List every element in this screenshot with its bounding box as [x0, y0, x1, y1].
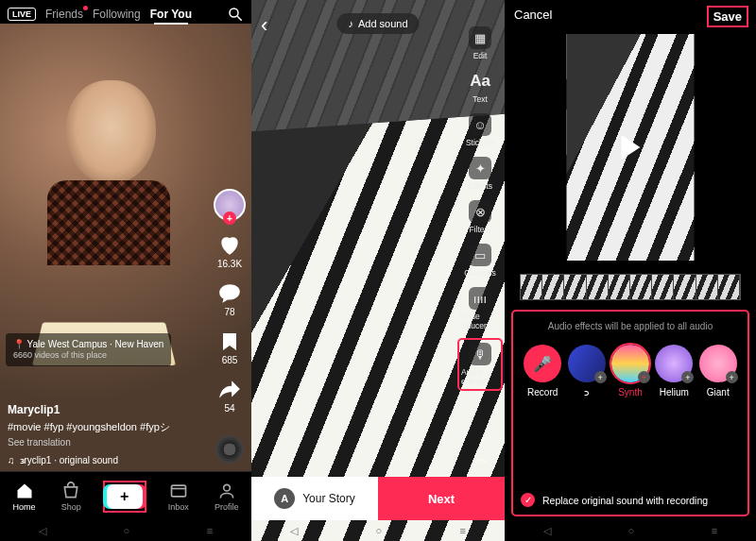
android-nav-bar: ◁ ○ ≡: [0, 520, 251, 541]
share-count: 54: [224, 403, 234, 414]
recent-icon[interactable]: ≡: [712, 525, 717, 536]
tool-filters[interactable]: ⊗Filters: [459, 200, 501, 234]
share-icon: [216, 377, 243, 403]
back-icon[interactable]: ◁: [543, 525, 551, 537]
recent-icon[interactable]: ≡: [207, 525, 213, 536]
tab-friends[interactable]: Friends: [45, 8, 83, 21]
text-icon: Aa: [469, 70, 491, 93]
tool-edit[interactable]: ▦Edit: [459, 26, 501, 60]
audio-preview[interactable]: [567, 34, 695, 261]
action-rail: + 16.3K 78 685 54: [214, 189, 246, 414]
effects-icon: ✦: [469, 157, 491, 179]
top-tabs: LIVE Friends Following For You: [0, 0, 251, 28]
recent-icon[interactable]: ≡: [459, 525, 465, 536]
search-icon[interactable]: [227, 6, 244, 23]
effects-note: Audio effects will be applied to all aud…: [521, 321, 740, 331]
audio-effects-panel: Audio effects will be applied to all aud…: [513, 312, 747, 515]
audio-top-bar: Cancel Save: [505, 8, 756, 25]
android-nav-bar: ◁ ○ ≡: [251, 520, 505, 541]
noise-icon: ıııı: [469, 287, 491, 310]
effect-icon: +: [568, 345, 606, 382]
edit-tools-rail: ▦Edit AaText ☺Stickers ✦Effects ⊗Filters…: [459, 26, 501, 389]
nav-inbox[interactable]: Inbox: [168, 482, 189, 512]
tab-for-you[interactable]: For You: [150, 8, 192, 21]
nav-create[interactable]: +: [107, 484, 143, 509]
sound-row[interactable]: ♫ɜryclip1 · original sound: [8, 453, 195, 468]
comment-icon: [216, 280, 243, 307]
tool-captions[interactable]: ▭Captions: [459, 244, 501, 278]
tool-stickers[interactable]: ☺Stickers: [459, 113, 501, 147]
effect-icon: +: [655, 345, 693, 382]
back-icon[interactable]: ◁: [39, 525, 46, 537]
home-icon[interactable]: ○: [123, 525, 129, 536]
home-icon[interactable]: ○: [375, 525, 382, 536]
replace-sound-toggle[interactable]: ✓ Replace original sound with recording: [521, 493, 740, 507]
bottom-nav: Home Shop + Inbox Profile: [0, 471, 251, 520]
svg-point-3: [223, 484, 230, 491]
save-button[interactable]: Save: [709, 8, 747, 25]
fx-giant[interactable]: + Giant: [696, 345, 740, 397]
tab-following[interactable]: Following: [93, 8, 141, 21]
fx-unknown[interactable]: + ɔ: [565, 345, 609, 397]
live-badge[interactable]: LIVE: [8, 8, 36, 21]
nav-home[interactable]: Home: [13, 482, 36, 512]
effect-icon: +: [611, 345, 649, 382]
follow-plus-icon[interactable]: +: [223, 211, 236, 225]
edit-icon: ▦: [469, 26, 491, 49]
filters-icon: ⊗: [469, 200, 491, 223]
sticker-icon: ☺: [469, 113, 491, 136]
svg-line-1: [237, 16, 242, 21]
like-count: 16.3K: [217, 259, 242, 269]
story-avatar: A: [274, 488, 295, 509]
location-pill[interactable]: 📍 Yale West Campus · New Haven 6660 vide…: [6, 333, 171, 366]
svg-point-0: [230, 8, 238, 17]
share-button[interactable]: 54: [216, 377, 243, 414]
comment-button[interactable]: 78: [216, 280, 243, 317]
music-note-icon: ♪: [348, 18, 353, 29]
effect-icon: +: [699, 345, 737, 382]
add-sound-button[interactable]: ♪ Add sound: [336, 13, 419, 34]
play-icon[interactable]: [621, 135, 640, 160]
back-icon[interactable]: ◁: [290, 525, 298, 537]
cancel-button[interactable]: Cancel: [514, 8, 552, 25]
plus-icon: +: [107, 484, 143, 509]
mic-icon: 🎤: [524, 345, 561, 382]
save-button[interactable]: 685: [216, 329, 243, 365]
editor-bottom-bar: A Your Story Next: [251, 477, 505, 520]
see-translation[interactable]: See translation: [8, 435, 195, 450]
save-count: 685: [222, 355, 238, 365]
username[interactable]: Maryclip1: [8, 401, 195, 419]
back-icon[interactable]: ‹: [261, 13, 267, 38]
audio-timeline[interactable]: [520, 274, 741, 300]
android-nav-bar: ◁ ○ ≡: [505, 520, 756, 541]
sound-disc[interactable]: [215, 435, 244, 464]
next-button[interactable]: Next: [378, 477, 505, 520]
your-story-button[interactable]: A Your Story: [251, 477, 378, 520]
author-avatar[interactable]: +: [214, 189, 246, 221]
tool-noise-reducer[interactable]: ııııNoise reducer: [459, 287, 501, 330]
tool-audio-editing[interactable]: 🎙Audio editing: [459, 340, 501, 389]
nav-shop[interactable]: Shop: [61, 482, 81, 512]
collapse-icon[interactable]: ︿: [474, 450, 488, 467]
mic-icon: 🎙: [469, 343, 491, 365]
bookmark-icon: [216, 329, 243, 355]
check-icon: ✓: [521, 493, 535, 507]
fx-helium[interactable]: + Helium: [652, 345, 696, 397]
home-icon[interactable]: ○: [627, 525, 634, 536]
fx-synth[interactable]: + Synth: [609, 345, 652, 397]
captions-icon: ▭: [469, 244, 491, 266]
tool-effects[interactable]: ✦Effects: [459, 157, 501, 191]
video-meta: Maryclip1 #movie #fyp #youngsheldon #fyp…: [8, 401, 195, 467]
comment-count: 78: [224, 307, 234, 317]
like-button[interactable]: 16.3K: [216, 232, 243, 269]
heart-icon: [216, 232, 243, 259]
tool-text[interactable]: AaText: [459, 70, 501, 104]
nav-profile[interactable]: Profile: [215, 482, 239, 512]
caption[interactable]: #movie #fyp #youngsheldon #fypシ: [8, 419, 195, 435]
svg-rect-2: [171, 485, 185, 497]
fx-record[interactable]: 🎤 Record: [521, 345, 564, 397]
music-note-icon: ♫: [8, 453, 15, 468]
